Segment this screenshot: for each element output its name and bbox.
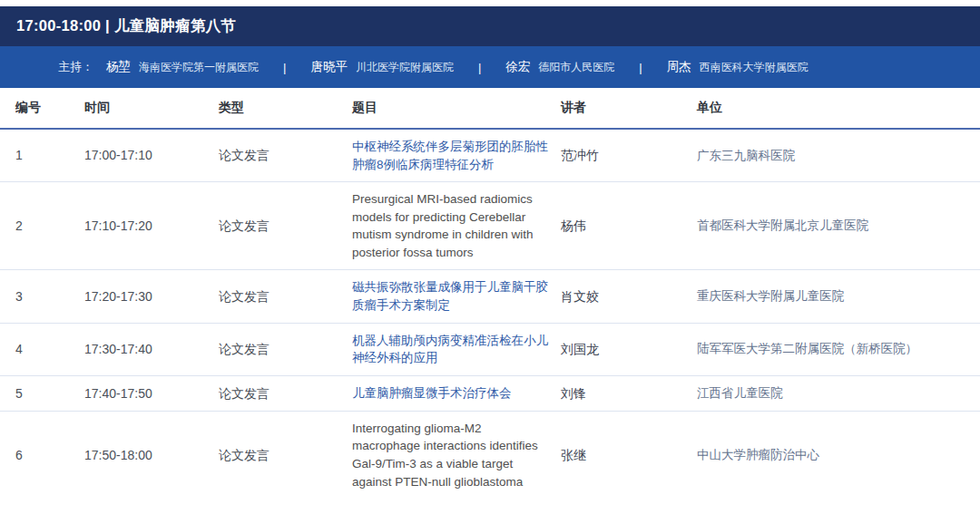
row-title[interactable]: 儿童脑肿瘤显微手术治疗体会 <box>352 375 561 411</box>
top-margin <box>0 0 980 6</box>
moderator-name: 徐宏 <box>505 59 530 75</box>
divider: | <box>639 61 642 74</box>
column-header-title: 题目 <box>352 88 561 129</box>
moderator-item: 周杰 西南医科大学附属医院 <box>667 59 808 75</box>
moderator-item: 杨堃 海南医学院第一附属医院 <box>106 59 259 75</box>
row-time: 17:30-17:40 <box>84 323 219 375</box>
row-time: 17:50-18:00 <box>84 411 219 499</box>
row-no: 6 <box>0 411 84 499</box>
table-row: 2 17:10-17:20 论文发言 Presurgical MRI-based… <box>0 182 980 270</box>
moderator-affiliation: 德阳市人民医院 <box>538 60 614 75</box>
row-title[interactable]: 中枢神经系统伴多层菊形团的胚胎性肿瘤8例临床病理特征分析 <box>352 129 561 182</box>
moderator-item: 徐宏 德阳市人民医院 <box>505 59 614 75</box>
moderators-bar: 主持： 杨堃 海南医学院第一附属医院 | 唐晓平 川北医学院附属医院 | 徐宏 … <box>0 46 980 88</box>
moderators-label: 主持： <box>58 59 93 75</box>
row-title[interactable]: Interrogating glioma-M2 macrophage inter… <box>352 411 561 499</box>
column-header-type: 类型 <box>219 88 352 129</box>
moderator-name: 唐晓平 <box>310 59 348 75</box>
row-no: 4 <box>0 323 84 375</box>
row-speaker: 杨伟 <box>561 182 697 270</box>
row-no: 5 <box>0 375 84 411</box>
row-type: 论文发言 <box>219 129 352 182</box>
row-type: 论文发言 <box>219 375 352 411</box>
session-title: 17:00-18:00 | 儿童脑肿瘤第八节 <box>16 16 236 36</box>
row-unit: 江西省儿童医院 <box>697 375 980 411</box>
row-time: 17:20-17:30 <box>84 270 219 323</box>
moderator-affiliation: 西南医科大学附属医院 <box>700 60 808 75</box>
column-header-no: 编号 <box>0 88 84 129</box>
row-speaker: 张继 <box>561 411 697 499</box>
row-unit: 陆军军医大学第二附属医院（新桥医院） <box>697 323 980 375</box>
row-type: 论文发言 <box>219 270 352 323</box>
row-speaker: 范冲竹 <box>561 129 697 182</box>
table-row: 5 17:40-17:50 论文发言 儿童脑肿瘤显微手术治疗体会 刘锋 江西省儿… <box>0 375 980 411</box>
row-unit: 中山大学肿瘤防治中心 <box>697 411 980 499</box>
table-row: 1 17:00-17:10 论文发言 中枢神经系统伴多层菊形团的胚胎性肿瘤8例临… <box>0 129 980 182</box>
row-no: 2 <box>0 182 84 270</box>
row-no: 1 <box>0 129 84 182</box>
table-header-row: 编号 时间 类型 题目 讲者 单位 <box>0 88 980 129</box>
row-title[interactable]: 机器人辅助颅内病变精准活检在小儿神经外科的应用 <box>352 323 561 375</box>
table-row: 4 17:30-17:40 论文发言 机器人辅助颅内病变精准活检在小儿神经外科的… <box>0 323 980 375</box>
column-header-time: 时间 <box>84 88 219 129</box>
divider: | <box>283 61 286 74</box>
column-header-unit: 单位 <box>697 88 980 129</box>
row-time: 17:40-17:50 <box>84 375 219 411</box>
row-time: 17:00-17:10 <box>84 129 219 182</box>
table-row: 3 17:20-17:30 论文发言 磁共振弥散张量成像用于儿童脑干胶质瘤手术方… <box>0 270 980 323</box>
row-unit: 重庆医科大学附属儿童医院 <box>697 270 980 323</box>
session-schedule-table: 编号 时间 类型 题目 讲者 单位 1 17:00-17:10 论文发言 中枢神… <box>0 88 980 499</box>
row-title[interactable]: Presurgical MRI-based radiomics models f… <box>352 182 561 270</box>
row-type: 论文发言 <box>219 323 352 375</box>
row-time: 17:10-17:20 <box>84 182 219 270</box>
row-title[interactable]: 磁共振弥散张量成像用于儿童脑干胶质瘤手术方案制定 <box>352 270 561 323</box>
row-type: 论文发言 <box>219 411 352 499</box>
row-unit: 首都医科大学附属北京儿童医院 <box>697 182 980 270</box>
column-header-speaker: 讲者 <box>561 88 697 129</box>
row-speaker: 刘锋 <box>561 375 697 411</box>
row-speaker: 刘国龙 <box>561 323 697 375</box>
row-no: 3 <box>0 270 84 323</box>
row-unit: 广东三九脑科医院 <box>697 129 980 182</box>
session-header-bar: 17:00-18:00 | 儿童脑肿瘤第八节 <box>0 6 980 46</box>
moderator-affiliation: 海南医学院第一附属医院 <box>139 60 259 75</box>
moderator-affiliation: 川北医学院附属医院 <box>356 60 454 75</box>
row-speaker: 肖文姣 <box>561 270 697 323</box>
moderator-item: 唐晓平 川北医学院附属医院 <box>310 59 454 75</box>
row-type: 论文发言 <box>219 182 352 270</box>
moderator-name: 杨堃 <box>106 59 131 75</box>
divider: | <box>478 61 481 74</box>
table-row: 6 17:50-18:00 论文发言 Interrogating glioma-… <box>0 411 980 499</box>
moderator-name: 周杰 <box>667 59 691 75</box>
